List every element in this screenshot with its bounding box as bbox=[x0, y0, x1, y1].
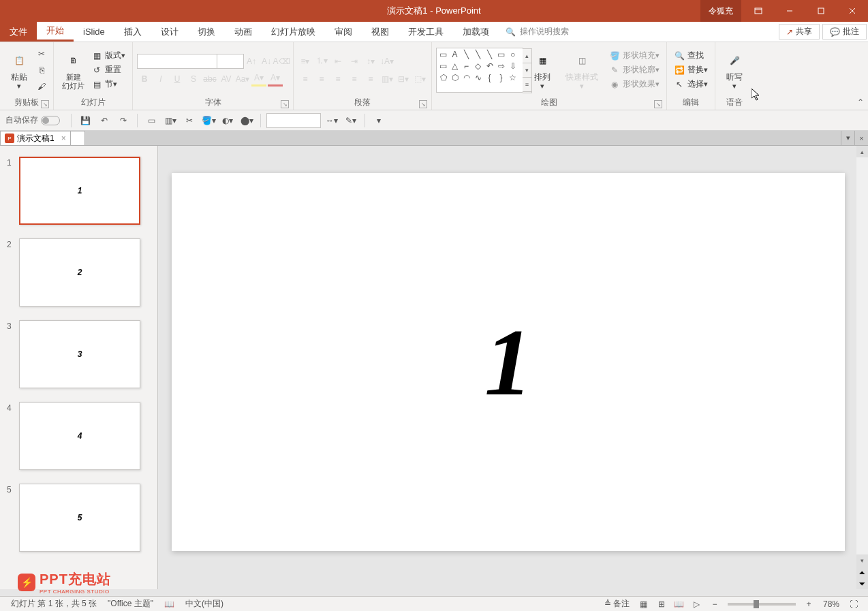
qat-btn6[interactable]: ⬤▾ bbox=[238, 112, 255, 129]
qat-customize[interactable]: ▾ bbox=[371, 112, 387, 129]
layout-button[interactable]: ▦版式 ▾ bbox=[89, 49, 128, 62]
align-text-button[interactable]: ⊟▾ bbox=[396, 72, 411, 87]
comments-button[interactable]: 💬 批注 bbox=[822, 24, 867, 40]
find-button[interactable]: 🔍查找 bbox=[671, 49, 711, 62]
tab-islide[interactable]: iSlide bbox=[74, 22, 114, 42]
highlight-button[interactable]: A▾ bbox=[251, 72, 266, 87]
decrease-indent-button[interactable]: ⇤ bbox=[330, 54, 345, 69]
zoom-in-button[interactable]: + bbox=[800, 597, 818, 611]
distribute-button[interactable]: ≡ bbox=[363, 72, 378, 87]
new-slide-button[interactable]: 🗎 新建 幻灯片 bbox=[58, 48, 89, 92]
slide-sorter-button[interactable]: ⊞ bbox=[653, 597, 670, 611]
tab-review[interactable]: 审阅 bbox=[325, 22, 362, 42]
scroll-up-button[interactable]: ▴ bbox=[856, 146, 868, 157]
smartart-button[interactable]: ⬚▾ bbox=[412, 72, 427, 87]
shape-effects-button[interactable]: ◉形状效果 ▾ bbox=[606, 78, 662, 91]
tab-addins[interactable]: 加载项 bbox=[453, 22, 499, 42]
align-left-button[interactable]: ≡ bbox=[298, 72, 313, 87]
section-button[interactable]: ▤节 ▾ bbox=[89, 78, 128, 91]
close-tab-button[interactable]: × bbox=[61, 134, 66, 143]
zoom-out-button[interactable]: − bbox=[706, 597, 724, 611]
undo-button[interactable]: ↶ bbox=[96, 112, 112, 129]
qat-btn3[interactable]: ✂ bbox=[181, 112, 198, 129]
font-size-input[interactable] bbox=[217, 54, 244, 69]
new-tab-button[interactable] bbox=[70, 131, 85, 145]
clear-format-button[interactable]: A⌫ bbox=[274, 54, 289, 69]
document-tab[interactable]: P 演示文稿1 × bbox=[0, 131, 71, 145]
format-painter-button[interactable]: 🖌 bbox=[34, 79, 49, 94]
user-account[interactable]: 令狐充 bbox=[700, 0, 741, 22]
tab-design[interactable]: 设计 bbox=[151, 22, 188, 42]
reset-button[interactable]: ↺重置 bbox=[89, 63, 128, 76]
quick-styles-button[interactable]: ◫ 快速样式▾ bbox=[561, 48, 602, 92]
select-button[interactable]: ↖选择 ▾ bbox=[671, 78, 711, 91]
tab-devtools[interactable]: 开发工具 bbox=[399, 22, 453, 42]
minimize-button[interactable] bbox=[774, 0, 805, 22]
clipboard-dialog-launcher[interactable]: ↘ bbox=[41, 100, 49, 108]
slideshow-view-button[interactable]: ▷ bbox=[688, 597, 706, 611]
numbering-button[interactable]: ⒈▾ bbox=[314, 54, 329, 69]
zoom-slider[interactable] bbox=[728, 603, 796, 606]
shape-fill-button[interactable]: 🪣形状填充 ▾ bbox=[606, 49, 662, 62]
redo-button[interactable]: ↷ bbox=[115, 112, 131, 129]
tell-me-search[interactable]: 🔍 操作说明搜索 bbox=[499, 22, 576, 42]
slide-thumbnail-4[interactable]: 4 bbox=[19, 402, 140, 470]
tab-view[interactable]: 视图 bbox=[362, 22, 399, 42]
font-name-input[interactable] bbox=[137, 54, 217, 69]
qat-btn5[interactable]: ◐▾ bbox=[219, 112, 236, 129]
drawing-dialog-launcher[interactable]: ↘ bbox=[654, 100, 662, 108]
reading-view-button[interactable]: 📖 bbox=[670, 597, 688, 611]
justify-button[interactable]: ≡ bbox=[347, 72, 362, 87]
columns-button[interactable]: ▥▾ bbox=[379, 72, 394, 87]
shape-outline-button[interactable]: ✎形状轮廓 ▾ bbox=[606, 63, 662, 76]
notes-button[interactable]: ≜ 备注 bbox=[599, 598, 635, 610]
italic-button[interactable]: I bbox=[153, 72, 168, 87]
tab-animations[interactable]: 动画 bbox=[225, 22, 262, 42]
share-button[interactable]: ↗ 共享 bbox=[779, 24, 820, 40]
qat-btn7[interactable]: ↔▾ bbox=[324, 112, 340, 129]
qat-btn2[interactable]: ▥▾ bbox=[162, 112, 179, 129]
tab-file[interactable]: 文件 bbox=[0, 22, 37, 42]
cut-button[interactable]: ✂ bbox=[34, 46, 49, 61]
font-color-button[interactable]: A▾ bbox=[268, 72, 283, 87]
char-spacing-button[interactable]: AV bbox=[219, 72, 234, 87]
prev-slide-button[interactable]: ⏶ bbox=[856, 566, 868, 578]
bold-button[interactable]: B bbox=[137, 72, 152, 87]
strike-button[interactable]: abc bbox=[202, 72, 217, 87]
normal-view-button[interactable]: ▦ bbox=[635, 597, 653, 611]
shadow-button[interactable]: S bbox=[186, 72, 201, 87]
font-dialog-launcher[interactable]: ↘ bbox=[281, 100, 289, 108]
spellcheck-button[interactable]: 📖 bbox=[159, 599, 180, 609]
paste-button[interactable]: 📋 粘贴▾ bbox=[4, 48, 34, 92]
align-center-button[interactable]: ≡ bbox=[314, 72, 329, 87]
qat-btn8[interactable]: ✎▾ bbox=[343, 112, 359, 129]
qat-picker[interactable] bbox=[266, 113, 321, 128]
zoom-level[interactable]: 78% bbox=[818, 599, 845, 609]
align-right-button[interactable]: ≡ bbox=[330, 72, 345, 87]
vertical-scrollbar[interactable]: ▴ ▾ ⏶ ⏷ bbox=[856, 146, 868, 589]
copy-button[interactable]: ⎘ bbox=[34, 63, 49, 78]
underline-button[interactable]: U bbox=[170, 72, 185, 87]
qat-btn1[interactable]: ▭ bbox=[143, 112, 159, 129]
slide-thumbnail-5[interactable]: 5 bbox=[19, 484, 140, 552]
slide-thumbnail-3[interactable]: 3 bbox=[19, 320, 140, 388]
shapes-more-button[interactable]: ≡ bbox=[523, 78, 531, 92]
slide-canvas[interactable]: 1 bbox=[172, 173, 845, 551]
shapes-gallery[interactable]: ▭A╲╲╲▭○ ▭△⌐◇↶⇨⇩ ⬠⬡◠∿{}☆ ▴ ▾ ≡ bbox=[436, 48, 523, 93]
tab-dropdown[interactable]: ▾ bbox=[841, 131, 854, 145]
line-spacing-button[interactable]: ↕▾ bbox=[363, 54, 378, 69]
autosave-toggle[interactable]: 自动保存 bbox=[5, 114, 60, 126]
collapse-ribbon-button[interactable]: ⌃ bbox=[857, 97, 864, 107]
dictate-button[interactable]: 🎤 听写▾ bbox=[719, 48, 749, 92]
decrease-font-button[interactable]: A↓ bbox=[259, 54, 274, 69]
fit-to-window-button[interactable]: ⛶ bbox=[845, 597, 863, 611]
scroll-down-button[interactable]: ▾ bbox=[856, 554, 868, 566]
increase-font-button[interactable]: A↑ bbox=[244, 54, 259, 69]
next-slide-button[interactable]: ⏷ bbox=[856, 578, 868, 589]
change-case-button[interactable]: Aa▾ bbox=[235, 72, 250, 87]
paragraph-dialog-launcher[interactable]: ↘ bbox=[419, 100, 427, 108]
slide-thumbnail-2[interactable]: 2 bbox=[19, 238, 140, 307]
tab-insert[interactable]: 插入 bbox=[114, 22, 151, 42]
replace-button[interactable]: 🔁替换 ▾ bbox=[671, 63, 711, 76]
text-direction-button[interactable]: ↓A▾ bbox=[379, 54, 394, 69]
